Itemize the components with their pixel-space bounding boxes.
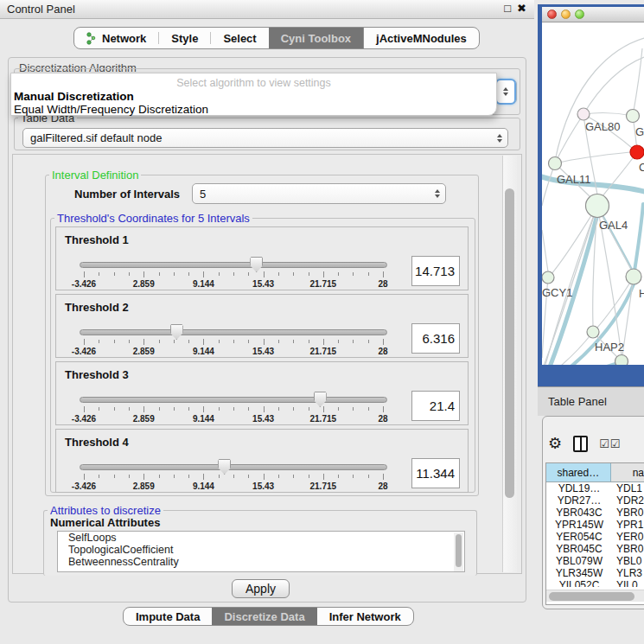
table-row[interactable]: YDL19…YDL1: [546, 482, 644, 494]
settings-scrollbar-thumb[interactable]: [505, 188, 514, 498]
close-traffic-light-icon[interactable]: [547, 10, 557, 19]
attribute-list-item[interactable]: BetweennessCentrality: [58, 556, 464, 568]
cell-shared-name[interactable]: YLR345W: [546, 567, 612, 579]
table-row[interactable]: YBL079WYBL0: [546, 555, 644, 567]
column-header-name[interactable]: na: [611, 463, 644, 481]
node-label-hap2: HAP2: [595, 341, 624, 354]
tab-style[interactable]: Style: [159, 28, 210, 48]
network-node-ga[interactable]: [627, 110, 640, 123]
algorithm-combobox-stepper[interactable]: [495, 79, 516, 105]
threshold-2-value-field[interactable]: 6.316: [411, 323, 460, 354]
network-node-gal11[interactable]: [549, 157, 562, 170]
threshold-4-slider[interactable]: -3.4262.8599.14415.4321.71528: [80, 462, 387, 493]
minimize-traffic-light-icon[interactable]: [561, 10, 571, 19]
numerical-attributes-list[interactable]: SelfLoops TopologicalCoefficient Between…: [57, 531, 465, 572]
cell-shared-name[interactable]: YDR27…: [546, 494, 612, 507]
network-node-c[interactable]: [630, 145, 644, 159]
table-row[interactable]: YDR27…YDR2: [546, 494, 644, 507]
network-node-hap2[interactable]: [587, 326, 599, 338]
cell-name[interactable]: YBR0: [612, 543, 644, 555]
tab-impute-data[interactable]: Impute Data: [124, 608, 212, 625]
table-row[interactable]: YER054CYER0: [546, 531, 644, 543]
network-view-canvas[interactable]: GAL80GACGAL11GAL4GCY1HHAP2: [542, 22, 644, 365]
cell-name[interactable]: YDL1: [612, 482, 644, 494]
slider-thumb[interactable]: [170, 324, 183, 340]
apply-button[interactable]: Apply: [232, 579, 290, 598]
table-row[interactable]: YIL052CYIL0: [546, 579, 644, 587]
table-row[interactable]: YBR045CYBR0: [546, 543, 644, 555]
cell-name[interactable]: YPR1: [612, 519, 644, 531]
float-window-icon[interactable]: □: [504, 2, 511, 15]
cell-name[interactable]: YBL0: [612, 555, 644, 567]
slider-track[interactable]: [80, 397, 387, 403]
tab-jactivemnodules[interactable]: jActiveMNodules: [363, 28, 479, 48]
cell-name[interactable]: YLR3: [612, 567, 644, 579]
cell-shared-name[interactable]: YBR043C: [546, 507, 612, 519]
threshold-2-card: Threshold 2 -3.4262.8599.14415.4321.7152…: [55, 294, 469, 358]
attribute-list-item[interactable]: SelfLoops: [58, 532, 464, 544]
slider-track[interactable]: [80, 329, 387, 335]
tab-cyni-toolbox-label: Cyni Toolbox: [281, 32, 351, 45]
tab-network[interactable]: Network: [74, 28, 158, 48]
tick-mark: [293, 475, 294, 478]
threshold-2-slider[interactable]: -3.4262.8599.14415.4321.71528: [80, 327, 387, 358]
zoom-traffic-light-icon[interactable]: [575, 10, 584, 19]
network-graph: GAL80GACGAL11GAL4GCY1HHAP2: [542, 22, 644, 365]
slider-thumb[interactable]: [250, 257, 263, 272]
cell-name[interactable]: YER0: [612, 531, 644, 543]
threshold-4-value-field[interactable]: 11.344: [411, 458, 460, 488]
attributes-scrollbar-track[interactable]: [454, 532, 463, 572]
table-hscrollbar-thumb[interactable]: [549, 592, 634, 601]
table-hscrollbar-track[interactable]: [546, 590, 644, 602]
tab-discretize-data[interactable]: Discretize Data: [212, 608, 316, 625]
tick-mark: [323, 271, 324, 277]
threshold-1-value-field[interactable]: 14.713: [411, 256, 460, 286]
tab-cyni-toolbox[interactable]: Cyni Toolbox: [269, 28, 363, 48]
cell-shared-name[interactable]: YPR145W: [546, 519, 612, 531]
thresholds-group-title: Threshold's Coordinates for 5 Intervals: [54, 212, 252, 225]
cell-name[interactable]: YBR0: [612, 507, 644, 519]
network-node-gal4[interactable]: [586, 194, 609, 218]
tab-select[interactable]: Select: [211, 28, 268, 48]
slider-track[interactable]: [80, 464, 387, 470]
control-panel-titlebar: Control Panel □ ✖: [0, 0, 534, 19]
table-data-combobox[interactable]: galFiltered.sif default node: [22, 128, 508, 148]
checked-box-icons[interactable]: ☑☑: [599, 437, 621, 450]
cell-shared-name[interactable]: YBL079W: [546, 555, 612, 567]
threshold-3-slider[interactable]: -3.4262.8599.14415.4321.71528: [80, 394, 387, 425]
threshold-3-value-field[interactable]: 21.4: [411, 391, 460, 421]
network-node-h[interactable]: [626, 269, 641, 284]
tick-mark: [338, 272, 339, 276]
cell-shared-name[interactable]: YER054C: [546, 531, 612, 543]
slider-track[interactable]: [80, 262, 387, 268]
network-node[interactable]: [615, 355, 628, 366]
number-of-intervals-combobox[interactable]: 5: [192, 183, 446, 204]
algorithm-option-equal-width-frequency[interactable]: Equal Width/Frequency Discretization: [14, 103, 208, 116]
cell-shared-name[interactable]: YDL19…: [546, 482, 612, 494]
tick-mark: [383, 474, 384, 480]
attribute-list-item[interactable]: TopologicalCoefficient: [58, 544, 464, 556]
network-node-gal80[interactable]: [577, 108, 590, 120]
split-columns-icon[interactable]: [573, 436, 588, 452]
table-row[interactable]: YLR345WYLR3: [546, 567, 644, 579]
tick-label: 21.715: [310, 347, 337, 356]
cell-shared-name[interactable]: YBR045C: [546, 543, 612, 555]
gear-icon[interactable]: ⚙: [548, 436, 562, 451]
tick-mark: [129, 475, 130, 478]
column-header-shared-name[interactable]: shared…: [546, 463, 611, 481]
tab-infer-network[interactable]: Infer Network: [317, 608, 413, 625]
cell-shared-name[interactable]: YIL052C: [546, 579, 612, 587]
table-row[interactable]: YBR043CYBR0: [546, 507, 644, 519]
slider-thumb[interactable]: [314, 392, 327, 407]
table-row[interactable]: YPR145WYPR1: [546, 519, 644, 531]
algorithm-option-manual-discretization[interactable]: Manual Discretization: [14, 90, 134, 103]
threshold-1-slider[interactable]: -3.4262.8599.14415.4321.71528: [80, 259, 387, 290]
tick-mark: [99, 340, 99, 343]
slider-thumb[interactable]: [218, 459, 231, 475]
close-window-icon[interactable]: ✖: [517, 2, 526, 15]
attributes-scrollbar-thumb[interactable]: [456, 534, 462, 567]
cell-name[interactable]: YIL0: [612, 579, 644, 587]
cell-name[interactable]: YDR2: [612, 494, 644, 507]
number-of-intervals-value: 5: [200, 188, 206, 201]
network-node-gcy1[interactable]: [542, 271, 554, 284]
